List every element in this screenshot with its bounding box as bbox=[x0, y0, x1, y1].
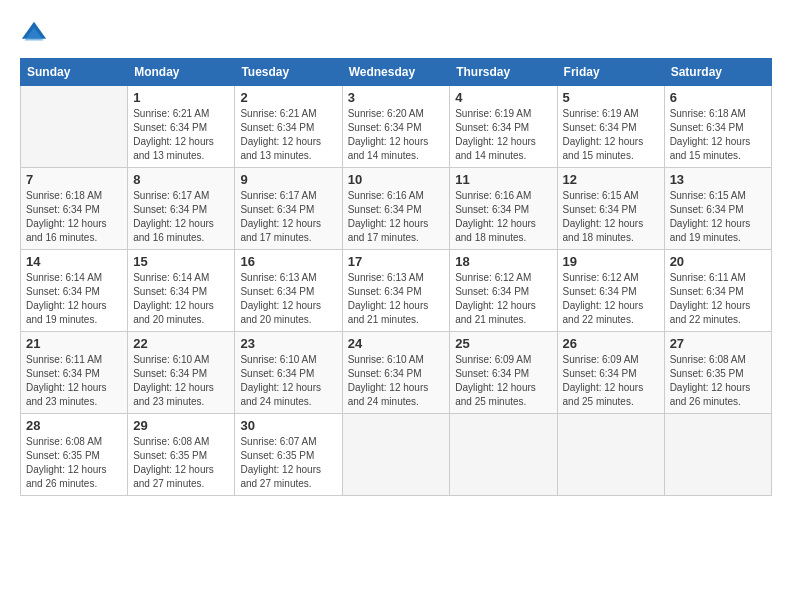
day-info: Sunrise: 6:19 AMSunset: 6:34 PMDaylight:… bbox=[455, 107, 551, 163]
calendar-cell bbox=[664, 414, 771, 496]
day-info: Sunrise: 6:13 AMSunset: 6:34 PMDaylight:… bbox=[348, 271, 445, 327]
calendar-cell: 2Sunrise: 6:21 AMSunset: 6:34 PMDaylight… bbox=[235, 86, 342, 168]
day-of-week-header: Saturday bbox=[664, 59, 771, 86]
calendar-cell: 13Sunrise: 6:15 AMSunset: 6:34 PMDayligh… bbox=[664, 168, 771, 250]
calendar-cell: 10Sunrise: 6:16 AMSunset: 6:34 PMDayligh… bbox=[342, 168, 450, 250]
day-number: 21 bbox=[26, 336, 122, 351]
calendar-cell: 27Sunrise: 6:08 AMSunset: 6:35 PMDayligh… bbox=[664, 332, 771, 414]
calendar-cell: 16Sunrise: 6:13 AMSunset: 6:34 PMDayligh… bbox=[235, 250, 342, 332]
day-number: 9 bbox=[240, 172, 336, 187]
day-number: 11 bbox=[455, 172, 551, 187]
day-number: 13 bbox=[670, 172, 766, 187]
day-info: Sunrise: 6:21 AMSunset: 6:34 PMDaylight:… bbox=[133, 107, 229, 163]
calendar-cell: 21Sunrise: 6:11 AMSunset: 6:34 PMDayligh… bbox=[21, 332, 128, 414]
calendar-week-row: 7Sunrise: 6:18 AMSunset: 6:34 PMDaylight… bbox=[21, 168, 772, 250]
day-info: Sunrise: 6:12 AMSunset: 6:34 PMDaylight:… bbox=[455, 271, 551, 327]
day-info: Sunrise: 6:13 AMSunset: 6:34 PMDaylight:… bbox=[240, 271, 336, 327]
day-info: Sunrise: 6:20 AMSunset: 6:34 PMDaylight:… bbox=[348, 107, 445, 163]
day-number: 6 bbox=[670, 90, 766, 105]
day-number: 17 bbox=[348, 254, 445, 269]
header bbox=[20, 20, 772, 48]
calendar-week-row: 1Sunrise: 6:21 AMSunset: 6:34 PMDaylight… bbox=[21, 86, 772, 168]
day-info: Sunrise: 6:10 AMSunset: 6:34 PMDaylight:… bbox=[240, 353, 336, 409]
day-info: Sunrise: 6:09 AMSunset: 6:34 PMDaylight:… bbox=[563, 353, 659, 409]
calendar-week-row: 14Sunrise: 6:14 AMSunset: 6:34 PMDayligh… bbox=[21, 250, 772, 332]
calendar-header-row: SundayMondayTuesdayWednesdayThursdayFrid… bbox=[21, 59, 772, 86]
calendar-cell: 6Sunrise: 6:18 AMSunset: 6:34 PMDaylight… bbox=[664, 86, 771, 168]
calendar-cell: 20Sunrise: 6:11 AMSunset: 6:34 PMDayligh… bbox=[664, 250, 771, 332]
day-of-week-header: Tuesday bbox=[235, 59, 342, 86]
day-info: Sunrise: 6:18 AMSunset: 6:34 PMDaylight:… bbox=[670, 107, 766, 163]
day-number: 8 bbox=[133, 172, 229, 187]
day-info: Sunrise: 6:17 AMSunset: 6:34 PMDaylight:… bbox=[133, 189, 229, 245]
day-of-week-header: Monday bbox=[128, 59, 235, 86]
day-number: 15 bbox=[133, 254, 229, 269]
day-of-week-header: Sunday bbox=[21, 59, 128, 86]
calendar-cell: 14Sunrise: 6:14 AMSunset: 6:34 PMDayligh… bbox=[21, 250, 128, 332]
day-info: Sunrise: 6:07 AMSunset: 6:35 PMDaylight:… bbox=[240, 435, 336, 491]
day-number: 29 bbox=[133, 418, 229, 433]
day-info: Sunrise: 6:12 AMSunset: 6:34 PMDaylight:… bbox=[563, 271, 659, 327]
day-info: Sunrise: 6:08 AMSunset: 6:35 PMDaylight:… bbox=[133, 435, 229, 491]
day-number: 12 bbox=[563, 172, 659, 187]
calendar-cell: 3Sunrise: 6:20 AMSunset: 6:34 PMDaylight… bbox=[342, 86, 450, 168]
day-info: Sunrise: 6:08 AMSunset: 6:35 PMDaylight:… bbox=[670, 353, 766, 409]
day-info: Sunrise: 6:18 AMSunset: 6:34 PMDaylight:… bbox=[26, 189, 122, 245]
day-number: 27 bbox=[670, 336, 766, 351]
day-number: 25 bbox=[455, 336, 551, 351]
calendar-cell: 18Sunrise: 6:12 AMSunset: 6:34 PMDayligh… bbox=[450, 250, 557, 332]
day-number: 23 bbox=[240, 336, 336, 351]
day-info: Sunrise: 6:17 AMSunset: 6:34 PMDaylight:… bbox=[240, 189, 336, 245]
day-number: 24 bbox=[348, 336, 445, 351]
day-number: 2 bbox=[240, 90, 336, 105]
day-number: 1 bbox=[133, 90, 229, 105]
day-number: 4 bbox=[455, 90, 551, 105]
day-info: Sunrise: 6:11 AMSunset: 6:34 PMDaylight:… bbox=[670, 271, 766, 327]
calendar-cell bbox=[21, 86, 128, 168]
day-of-week-header: Wednesday bbox=[342, 59, 450, 86]
calendar-week-row: 28Sunrise: 6:08 AMSunset: 6:35 PMDayligh… bbox=[21, 414, 772, 496]
calendar-cell: 8Sunrise: 6:17 AMSunset: 6:34 PMDaylight… bbox=[128, 168, 235, 250]
calendar-cell: 19Sunrise: 6:12 AMSunset: 6:34 PMDayligh… bbox=[557, 250, 664, 332]
calendar-cell: 17Sunrise: 6:13 AMSunset: 6:34 PMDayligh… bbox=[342, 250, 450, 332]
calendar-cell bbox=[342, 414, 450, 496]
day-info: Sunrise: 6:08 AMSunset: 6:35 PMDaylight:… bbox=[26, 435, 122, 491]
calendar-cell bbox=[450, 414, 557, 496]
calendar-cell: 4Sunrise: 6:19 AMSunset: 6:34 PMDaylight… bbox=[450, 86, 557, 168]
day-number: 5 bbox=[563, 90, 659, 105]
day-info: Sunrise: 6:15 AMSunset: 6:34 PMDaylight:… bbox=[670, 189, 766, 245]
calendar-cell: 9Sunrise: 6:17 AMSunset: 6:34 PMDaylight… bbox=[235, 168, 342, 250]
day-info: Sunrise: 6:16 AMSunset: 6:34 PMDaylight:… bbox=[455, 189, 551, 245]
calendar-table: SundayMondayTuesdayWednesdayThursdayFrid… bbox=[20, 58, 772, 496]
calendar-cell: 24Sunrise: 6:10 AMSunset: 6:34 PMDayligh… bbox=[342, 332, 450, 414]
calendar-cell: 12Sunrise: 6:15 AMSunset: 6:34 PMDayligh… bbox=[557, 168, 664, 250]
day-info: Sunrise: 6:14 AMSunset: 6:34 PMDaylight:… bbox=[133, 271, 229, 327]
day-number: 18 bbox=[455, 254, 551, 269]
day-info: Sunrise: 6:10 AMSunset: 6:34 PMDaylight:… bbox=[133, 353, 229, 409]
day-number: 7 bbox=[26, 172, 122, 187]
calendar-cell: 25Sunrise: 6:09 AMSunset: 6:34 PMDayligh… bbox=[450, 332, 557, 414]
day-info: Sunrise: 6:15 AMSunset: 6:34 PMDaylight:… bbox=[563, 189, 659, 245]
day-number: 30 bbox=[240, 418, 336, 433]
day-info: Sunrise: 6:09 AMSunset: 6:34 PMDaylight:… bbox=[455, 353, 551, 409]
calendar-cell: 28Sunrise: 6:08 AMSunset: 6:35 PMDayligh… bbox=[21, 414, 128, 496]
day-number: 19 bbox=[563, 254, 659, 269]
calendar-cell: 11Sunrise: 6:16 AMSunset: 6:34 PMDayligh… bbox=[450, 168, 557, 250]
calendar-cell: 29Sunrise: 6:08 AMSunset: 6:35 PMDayligh… bbox=[128, 414, 235, 496]
calendar-cell: 26Sunrise: 6:09 AMSunset: 6:34 PMDayligh… bbox=[557, 332, 664, 414]
logo-icon bbox=[20, 20, 48, 48]
calendar-week-row: 21Sunrise: 6:11 AMSunset: 6:34 PMDayligh… bbox=[21, 332, 772, 414]
day-number: 28 bbox=[26, 418, 122, 433]
logo bbox=[20, 20, 52, 48]
calendar-cell bbox=[557, 414, 664, 496]
calendar-cell: 1Sunrise: 6:21 AMSunset: 6:34 PMDaylight… bbox=[128, 86, 235, 168]
day-info: Sunrise: 6:16 AMSunset: 6:34 PMDaylight:… bbox=[348, 189, 445, 245]
day-number: 3 bbox=[348, 90, 445, 105]
day-number: 26 bbox=[563, 336, 659, 351]
day-of-week-header: Thursday bbox=[450, 59, 557, 86]
day-info: Sunrise: 6:11 AMSunset: 6:34 PMDaylight:… bbox=[26, 353, 122, 409]
day-info: Sunrise: 6:10 AMSunset: 6:34 PMDaylight:… bbox=[348, 353, 445, 409]
calendar-cell: 22Sunrise: 6:10 AMSunset: 6:34 PMDayligh… bbox=[128, 332, 235, 414]
calendar-cell: 23Sunrise: 6:10 AMSunset: 6:34 PMDayligh… bbox=[235, 332, 342, 414]
day-number: 20 bbox=[670, 254, 766, 269]
